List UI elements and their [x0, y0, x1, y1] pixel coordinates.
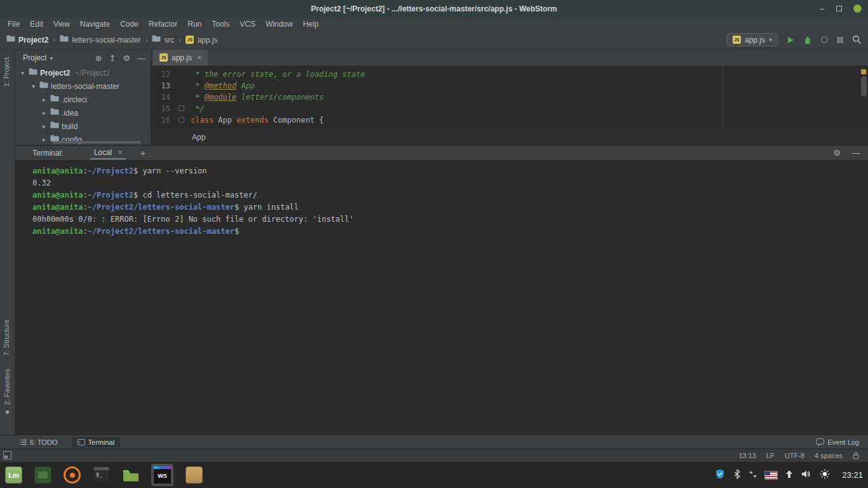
breadcrumb-item-app.js[interactable]: JSapp.js	[186, 36, 217, 44]
editor-scrollbar[interactable]	[859, 66, 868, 128]
menu-edit[interactable]: Edit	[25, 20, 48, 29]
code-text: * @method App	[191, 80, 868, 92]
breadcrumb-item-Project2[interactable]: Project2	[6, 35, 48, 44]
navigation-bar: Project2›letters-social-master›src›JSapp…	[0, 30, 868, 50]
menu-file[interactable]: File	[3, 20, 25, 29]
taskbar-clock[interactable]: 23:21	[842, 470, 863, 480]
menu-refactor[interactable]: Refactor	[144, 20, 182, 29]
tree-item-.circleci[interactable]: ▸.circleci	[15, 93, 151, 106]
tool-button-structure[interactable]: 7: Structure	[3, 320, 10, 356]
chevron-right-icon[interactable]: ▸	[41, 109, 48, 116]
chevron-down-icon[interactable]: ▾	[30, 83, 37, 90]
indent-widget[interactable]: 4 spaces	[815, 452, 843, 459]
file-manager-icon[interactable]	[122, 466, 139, 484]
run-config-selector[interactable]: JS app.js ▾	[727, 33, 778, 46]
terminal-icon	[78, 439, 85, 445]
code-editor[interactable]: 12 * the error state, or a loading state…	[151, 66, 868, 128]
breadcrumb-item-letters-social-master[interactable]: letters-social-master	[60, 35, 140, 44]
window-titlebar[interactable]: Project2 [~/Project2] - .../letters-soci…	[0, 0, 868, 17]
menu-window[interactable]: Window	[261, 20, 298, 29]
new-terminal-button[interactable]: +	[140, 147, 146, 158]
terminal-hide-icon[interactable]: —	[852, 148, 860, 158]
shield-check-icon[interactable]	[715, 469, 725, 481]
mint-menu-button[interactable]: Lm	[5, 466, 22, 484]
project-panel-title[interactable]: Project	[23, 53, 46, 62]
scrollbar-thumb[interactable]	[861, 76, 867, 97]
keyboard-layout-flag-icon[interactable]	[765, 471, 777, 479]
tool-button-favorites[interactable]: ★2: Favorites	[3, 369, 11, 416]
close-icon[interactable]: ×	[118, 148, 122, 157]
menu-view[interactable]: View	[48, 20, 75, 29]
fold-marker-icon[interactable]	[170, 103, 191, 114]
debug-button[interactable]	[803, 36, 812, 44]
system-tray: 23:21	[715, 469, 863, 481]
chevron-right-icon[interactable]: ▸	[41, 96, 48, 103]
project-panel: Project ▾ ⊕ ↥ ⚙ — ▾Project2~/Project2▾le…	[15, 50, 151, 145]
menu-run[interactable]: Run	[182, 20, 207, 29]
chevron-down-icon[interactable]: ▾	[19, 69, 26, 76]
editor-breadcrumb-app[interactable]: App	[192, 133, 205, 142]
upload-arrow-icon[interactable]	[785, 470, 793, 480]
tree-item-label: Project2	[40, 69, 70, 78]
tool-button-todo[interactable]: 6: TODO	[19, 438, 58, 446]
breadcrumb-label: app.js	[197, 36, 217, 44]
left-tool-stripe: 1: Project 7: Structure ★2: Favorites	[0, 50, 15, 435]
tool-button-terminal[interactable]: Terminal	[72, 437, 121, 447]
bluetooth-icon[interactable]	[733, 469, 741, 481]
tree-item-build[interactable]: ▸build	[15, 119, 151, 133]
volume-icon[interactable]	[801, 470, 811, 480]
fold-marker-icon[interactable]	[170, 114, 191, 126]
close-icon[interactable]: ×	[197, 53, 201, 62]
encoding-widget[interactable]: UTF-8	[785, 452, 804, 459]
minimize-button[interactable]: −	[820, 4, 825, 13]
tree-item-.idea[interactable]: ▸.idea	[15, 106, 151, 119]
run-button[interactable]	[787, 36, 794, 44]
tool-button-project-label: 1: Project	[3, 57, 10, 86]
tool-window-toggle-button[interactable]	[3, 451, 11, 461]
chevron-down-icon[interactable]: ▾	[50, 55, 53, 62]
tan-app-icon[interactable]	[186, 466, 203, 484]
menu-help[interactable]: Help	[298, 20, 324, 29]
readonly-lock-button[interactable]	[853, 451, 859, 461]
terminal-settings-gear-icon[interactable]: ⚙	[833, 148, 841, 158]
editor-column: JS app.js × 12 * the error state, or a l…	[151, 50, 868, 145]
chevron-right-icon[interactable]: ▸	[41, 136, 48, 143]
project-hide-icon[interactable]: —	[137, 53, 146, 63]
locate-icon[interactable]: ⊕	[95, 53, 102, 63]
terminal-app-icon[interactable]: $_	[93, 466, 110, 484]
green-app-icon[interactable]	[34, 466, 51, 484]
settings-gear-icon[interactable]: ⚙	[123, 53, 130, 63]
menu-code[interactable]: Code	[115, 20, 144, 29]
terminal-output[interactable]: anita@anita:~/Project2$ yarn --version0.…	[15, 161, 868, 435]
brightness-icon[interactable]	[820, 469, 830, 481]
tree-item-Project2[interactable]: ▾Project2~/Project2	[15, 66, 151, 79]
network-activity-icon[interactable]	[749, 471, 757, 480]
editor-tab-appjs[interactable]: JS app.js ×	[153, 50, 208, 65]
breadcrumb-item-src[interactable]: src	[152, 35, 174, 44]
maximize-button[interactable]	[836, 4, 842, 13]
event-log-icon	[816, 438, 824, 446]
collapse-all-icon[interactable]: ↥	[109, 53, 116, 63]
webstorm-taskbar-button[interactable]: WS	[151, 464, 173, 486]
tree-item-letters-social-master[interactable]: ▾letters-social-master	[15, 79, 151, 93]
chevron-right-icon[interactable]: ▸	[41, 123, 48, 130]
menu-tools[interactable]: Tools	[207, 20, 234, 29]
error-stripe-mark[interactable]	[861, 69, 866, 74]
webstorm-ws-letters: WS	[158, 473, 167, 479]
tool-button-project[interactable]: 1: Project	[3, 57, 10, 86]
terminal-line-1: anita@anita:~/Project2$ yarn --version	[32, 165, 862, 177]
menu-navigate[interactable]: Navigate	[75, 20, 115, 29]
tool-button-event-log[interactable]: Event Log	[816, 438, 859, 446]
breadcrumb-separator: ›	[53, 36, 55, 44]
orange-app-icon[interactable]	[64, 466, 81, 484]
tree-item-label: build	[62, 122, 78, 131]
close-button[interactable]	[853, 4, 862, 13]
terminal-tab-local[interactable]: Local ×	[90, 146, 126, 159]
line-ending-widget[interactable]: LF	[766, 452, 775, 459]
mint-logo-icon: Lm	[8, 471, 19, 479]
caret-position-widget[interactable]: 13:13	[738, 452, 756, 459]
menu-vcs[interactable]: VCS	[234, 20, 261, 29]
window-controls: −	[820, 0, 862, 17]
tree-horizontal-scrollbar[interactable]	[52, 141, 141, 144]
search-everywhere-button[interactable]	[852, 35, 862, 44]
